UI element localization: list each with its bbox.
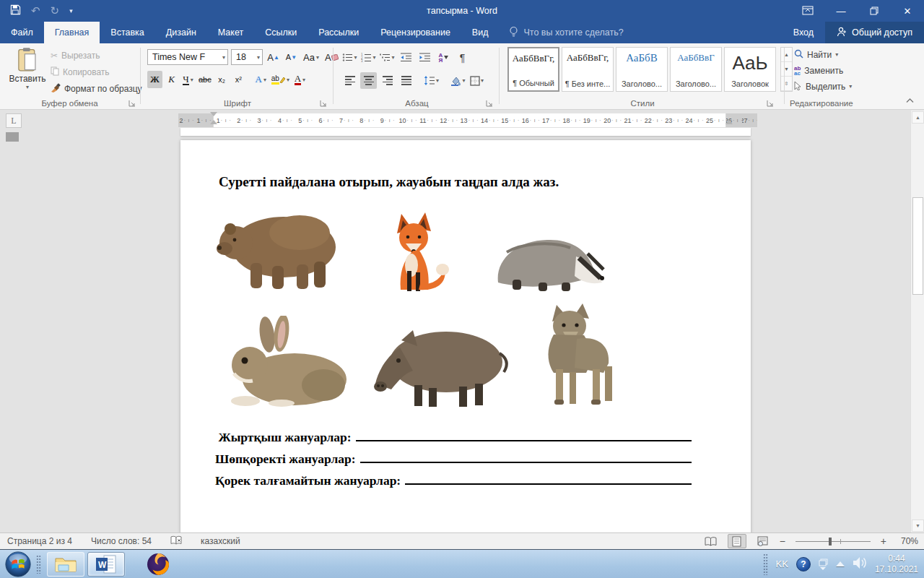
sign-in-button[interactable]: Вход [782,22,825,43]
tab-view[interactable]: Вид [461,22,500,43]
justify-button[interactable] [398,72,414,89]
style-normal[interactable]: АаБбВвГг, ¶ Обычный [507,47,559,92]
multilevel-list-button[interactable]: ▾ [379,49,396,66]
zoom-out-icon[interactable]: − [780,535,785,547]
tab-references[interactable]: Ссылки [254,22,308,43]
zoom-in-icon[interactable]: + [881,535,886,547]
tell-me-box[interactable]: Что вы хотите сделать? [509,22,623,43]
superscript-button[interactable]: x² [231,71,246,88]
tab-insert[interactable]: Вставка [100,22,154,43]
zoom-slider[interactable] [796,541,871,542]
italic-button[interactable]: К [164,71,179,88]
styles-dialog-launcher-icon[interactable] [767,99,775,107]
restore-button[interactable] [858,0,891,22]
volume-icon[interactable] [853,556,867,571]
zoom-slider-thumb[interactable] [829,538,832,545]
minimize-button[interactable]: — [824,0,858,22]
underline-button[interactable]: Ч▾ [180,71,196,88]
save-icon[interactable] [10,4,21,17]
format-painter-button[interactable]: Формат по образцу [48,81,145,96]
clock[interactable]: 0:44 17.10.2021 [875,553,918,575]
style-no-spacing[interactable]: АаБбВвГг, ¶ Без инте... [562,47,614,92]
font-dialog-launcher-icon[interactable] [320,99,328,107]
font-size-combobox[interactable]: 18▾ [231,49,263,65]
scroll-down-icon[interactable]: ▼ [912,519,924,532]
sort-button[interactable]: АЯ [435,49,452,66]
align-center-button[interactable] [360,72,377,89]
hanging-indent-marker[interactable] [210,120,217,124]
right-indent-marker[interactable] [725,120,733,124]
tab-stop-selector[interactable]: L [6,113,22,128]
paragraph-dialog-launcher-icon[interactable] [486,99,494,107]
tab-file[interactable]: Файл [0,22,44,43]
bullets-button[interactable]: ▾ [341,49,358,66]
first-line-indent-marker[interactable] [210,112,217,116]
style-title[interactable]: АаЬ Заголовок [724,47,776,92]
firefox-taskbar-button[interactable] [139,552,177,577]
tab-home[interactable]: Главная [44,22,100,43]
tab-layout[interactable]: Макет [207,22,254,43]
desktop-window-tray-icon[interactable] [819,558,828,570]
answer-line-herbivores[interactable]: Шөпқоректі жануарлар: [215,450,692,467]
help-tray-icon[interactable]: ? [796,557,811,571]
word-taskbar-button[interactable]: W [87,552,125,577]
collapse-ribbon-icon[interactable] [906,95,914,105]
ribbon-display-options-icon[interactable] [791,0,824,22]
close-button[interactable]: ✕ [891,0,924,22]
share-button[interactable]: Общий доступ [825,22,924,43]
read-mode-icon[interactable] [702,534,720,548]
align-right-button[interactable] [379,72,396,89]
shrink-font-button[interactable]: A▼ [284,48,299,66]
show-hidden-icons-button[interactable] [836,561,845,566]
web-layout-icon[interactable] [754,534,772,548]
print-layout-icon[interactable] [728,534,746,548]
language-indicator[interactable]: казахский [201,536,240,546]
replace-button[interactable]: ab ac Заменить [791,63,855,78]
scrollbar-thumb[interactable] [912,197,923,295]
highlight-button[interactable]: ab▾ [270,71,291,88]
align-left-button[interactable] [341,72,358,89]
text-effects-button[interactable]: A▾ [253,71,269,88]
file-explorer-taskbar-button[interactable] [47,552,84,577]
increase-indent-button[interactable] [417,49,433,66]
find-button[interactable]: Найти▾ [791,47,855,62]
undo-icon[interactable]: ↶ [31,4,40,17]
paste-dropdown-icon[interactable]: ▾ [26,84,29,90]
answer-blank-line[interactable] [356,428,692,441]
keyboard-language-indicator[interactable]: KK [776,558,788,569]
tab-review[interactable]: Рецензирование [370,22,461,43]
font-color-button[interactable]: А▾ [292,71,308,88]
answer-blank-line[interactable] [405,472,692,485]
line-spacing-button[interactable]: ▾ [423,72,440,89]
paste-button[interactable]: Вставить ▾ [9,47,46,98]
zoom-level[interactable]: 70% [894,536,918,546]
document-page[interactable]: Суретті пайдалана отырып, жауабын таңдап… [180,140,751,532]
tab-mailings[interactable]: Рассылки [308,22,370,43]
vertical-scrollbar[interactable]: ▲ ▼ [910,111,924,532]
answer-blank-line[interactable] [360,450,692,463]
copy-button[interactable]: Копировать [48,64,145,79]
start-button[interactable] [4,551,32,578]
decrease-indent-button[interactable] [398,49,414,66]
redo-icon[interactable]: ↻ [51,4,60,17]
customize-qat-icon[interactable]: ▾ [69,7,73,14]
show-paragraph-marks-button[interactable]: ¶ [454,49,471,66]
font-name-combobox[interactable]: Times New F▾ [147,49,228,65]
answer-line-omnivores[interactable]: Қорек талғамайтын жануарлар: [215,472,692,488]
style-heading2[interactable]: АаБбВвГ Заголово... [670,47,722,92]
bold-button[interactable]: Ж [147,71,162,88]
scroll-up-icon[interactable]: ▲ [912,111,924,124]
change-case-button[interactable]: Aa▾ [302,48,321,66]
horizontal-ruler[interactable]: 2· ı ·1· ı · 1· ı ·2· ı ·3· ı ·4· ı ·5· … [178,113,757,127]
clipboard-dialog-launcher-icon[interactable] [128,99,136,107]
page-indicator[interactable]: Страница 2 из 4 [7,536,72,546]
style-heading1[interactable]: АаБбВ Заголово... [616,47,668,92]
cut-button[interactable]: ✂ Вырезать [48,48,145,63]
shading-button[interactable]: ▾ [450,72,466,89]
word-count[interactable]: Число слов: 54 [91,536,152,546]
subscript-button[interactable]: x₂ [214,71,230,88]
select-button[interactable]: Выделить▾ [791,79,855,94]
strikethrough-button[interactable]: abc [197,71,213,88]
answer-line-predators[interactable]: Жыртқыш жануарлар: [215,428,692,445]
numbering-button[interactable]: 123▾ [360,49,377,66]
